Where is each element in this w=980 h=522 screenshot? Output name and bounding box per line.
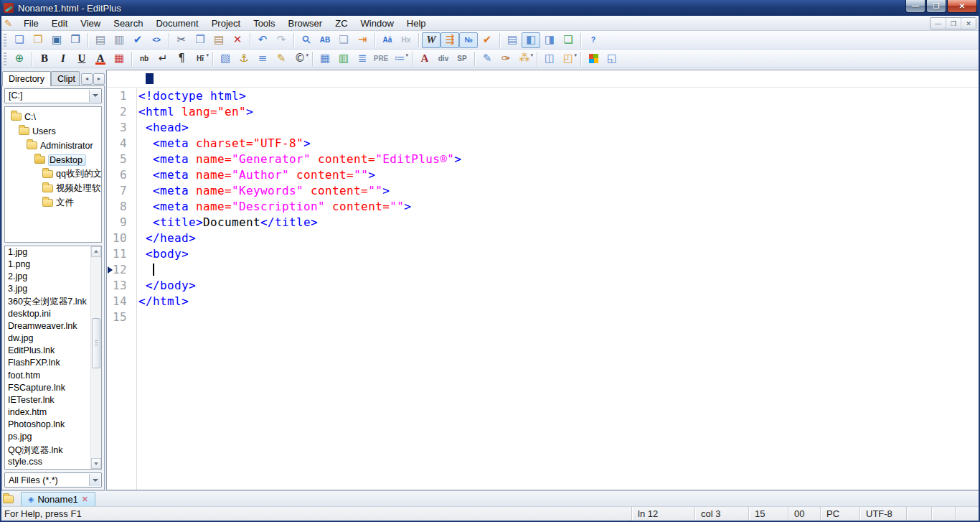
- close-button[interactable]: ✕: [947, 0, 977, 13]
- dropdown-arrow-icon[interactable]: ▾: [206, 52, 209, 58]
- spell-check-icon[interactable]: ✔: [128, 32, 147, 48]
- replace-icon[interactable]: AB: [316, 32, 334, 48]
- toolbar-grip[interactable]: [4, 34, 6, 47]
- file-item[interactable]: 2.jpg: [8, 271, 90, 284]
- tree-item[interactable]: C:\: [5, 110, 101, 124]
- hr-icon[interactable]: ≡: [253, 51, 272, 67]
- mdi-restore-button[interactable]: ❐: [946, 18, 961, 29]
- layout-window-icon[interactable]: ◱: [603, 51, 621, 67]
- file-item[interactable]: 1.png: [8, 259, 90, 271]
- file-item[interactable]: desktop.ini: [8, 309, 90, 321]
- tree-item[interactable]: Users: [5, 124, 101, 139]
- case-convert-icon[interactable]: Aã: [378, 32, 397, 48]
- file-item[interactable]: Photoshop.lnk: [8, 419, 90, 432]
- save-all-icon[interactable]: ❐: [66, 32, 85, 48]
- file-item[interactable]: style.css: [8, 457, 90, 469]
- italic-icon[interactable]: I: [54, 51, 72, 67]
- tab-scroll-right-icon[interactable]: ▸: [93, 73, 105, 85]
- menu-view[interactable]: View: [74, 17, 107, 30]
- dropdown-arrow-icon[interactable]: ▾: [306, 52, 308, 58]
- folder-icon[interactable]: [3, 495, 14, 503]
- dropdown-arrow-icon[interactable]: ▾: [574, 52, 577, 58]
- save-icon[interactable]: ▣: [47, 32, 66, 48]
- tree-item[interactable]: Administrator: [5, 139, 101, 153]
- style-edit-icon[interactable]: ✎: [478, 51, 496, 67]
- auto-indent-toggle[interactable]: ⇶: [440, 32, 459, 48]
- table-cell-icon[interactable]: ▥: [334, 51, 353, 67]
- browser-window-icon[interactable]: ❏: [559, 32, 578, 48]
- copyright-icon[interactable]: ©▾: [291, 51, 309, 67]
- file-item[interactable]: IETester.lnk: [8, 395, 90, 407]
- document-tab[interactable]: ◈ Noname1 ✕: [21, 492, 95, 506]
- word-wrap-toggle[interactable]: W: [422, 32, 440, 48]
- file-item[interactable]: QQ浏览器.lnk: [8, 444, 90, 457]
- code-area[interactable]: 1<!doctype html>2<html lang="en">3 <head…: [107, 88, 980, 490]
- hex-view-icon[interactable]: Hx: [397, 32, 415, 48]
- css-properties-icon[interactable]: ✑: [496, 51, 515, 67]
- find-in-files-icon[interactable]: ❏: [334, 32, 353, 48]
- pilcrow-icon[interactable]: ¶: [172, 51, 191, 67]
- html-tags-icon[interactable]: <>: [147, 32, 166, 48]
- menu-help[interactable]: Help: [400, 17, 433, 30]
- scroll-down-icon[interactable]: [91, 458, 101, 469]
- tab-scroll-left-icon[interactable]: ◂: [81, 73, 93, 85]
- delete-icon[interactable]: ✕: [228, 32, 247, 48]
- tree-item[interactable]: Desktop: [5, 153, 101, 167]
- file-item[interactable]: foot.htm: [8, 370, 90, 383]
- redo-icon[interactable]: ↷: [272, 32, 291, 48]
- open-folder-icon[interactable]: ❒: [29, 32, 47, 48]
- image-icon[interactable]: ▧: [216, 51, 235, 67]
- file-list-scrollbar[interactable]: [90, 246, 101, 469]
- script-icon[interactable]: ⁂▾: [515, 51, 534, 67]
- file-item[interactable]: 360安全浏览器7.lnk: [8, 296, 90, 308]
- dropdown-arrow-icon[interactable]: ▾: [530, 52, 533, 58]
- tab-close-icon[interactable]: ✕: [82, 495, 88, 504]
- cliptext-window-icon[interactable]: ▤: [503, 32, 522, 48]
- menu-edit[interactable]: Edit: [45, 17, 74, 30]
- file-item[interactable]: dw.jpg: [8, 333, 90, 345]
- mdi-minimize-button[interactable]: —: [930, 18, 946, 29]
- chevron-down-icon[interactable]: [89, 474, 100, 486]
- heading-icon[interactable]: Hī▾: [191, 51, 209, 67]
- form-field-icon[interactable]: ◫: [540, 51, 559, 67]
- menu-window[interactable]: Window: [354, 17, 400, 30]
- toolbar-grip[interactable]: [4, 52, 6, 65]
- color-palette-icon[interactable]: ▦: [110, 51, 128, 67]
- menu-document[interactable]: Document: [149, 17, 204, 30]
- new-file-icon[interactable]: ❏: [10, 32, 29, 48]
- justify-icon[interactable]: ≣: [353, 51, 372, 67]
- file-item[interactable]: FSCapture.lnk: [8, 383, 90, 395]
- scrollbar-thumb[interactable]: [92, 318, 100, 368]
- file-item[interactable]: Dreamweaver.lnk: [8, 321, 90, 333]
- print-icon[interactable]: ▥: [110, 32, 128, 48]
- file-item[interactable]: FlashFXP.lnk: [8, 358, 90, 370]
- font-tag-icon[interactable]: A: [415, 51, 434, 67]
- menu-browser[interactable]: Browser: [282, 17, 329, 30]
- browser-preview-icon[interactable]: ⊕: [10, 51, 29, 67]
- menu-project[interactable]: Project: [205, 17, 247, 30]
- directory-window-icon[interactable]: ◧: [522, 32, 540, 48]
- font-color-icon[interactable]: A: [91, 51, 110, 67]
- anchor-icon[interactable]: ⚓: [235, 51, 253, 67]
- menu-search[interactable]: Search: [107, 17, 149, 30]
- windows-color-icon[interactable]: [584, 51, 603, 67]
- pre-tag-icon[interactable]: PRE: [372, 51, 390, 67]
- text-style-icon[interactable]: ✎: [272, 51, 291, 67]
- file-item[interactable]: index.htm: [8, 407, 90, 419]
- cut-icon[interactable]: ✂: [172, 32, 191, 48]
- find-icon[interactable]: ⚲: [297, 32, 316, 48]
- tab-directory[interactable]: Directory: [2, 71, 51, 86]
- file-item[interactable]: EditPlus.lnk: [8, 345, 90, 358]
- line-number-toggle[interactable]: №: [459, 32, 478, 48]
- chevron-down-icon[interactable]: [89, 90, 100, 102]
- table-icon[interactable]: ▦: [316, 51, 334, 67]
- underline-icon[interactable]: U: [72, 51, 91, 67]
- form-button-icon[interactable]: ◰▾: [559, 51, 578, 67]
- dropdown-arrow-icon[interactable]: ▾: [405, 52, 408, 58]
- tree-item[interactable]: 文件: [5, 196, 101, 210]
- tab-cliptext[interactable]: Clipt: [51, 71, 80, 86]
- drive-select[interactable]: [C:]: [4, 88, 102, 103]
- menu-tools[interactable]: Tools: [247, 17, 281, 30]
- scroll-up-icon[interactable]: [91, 246, 101, 257]
- span-tag-icon[interactable]: SP: [453, 51, 471, 67]
